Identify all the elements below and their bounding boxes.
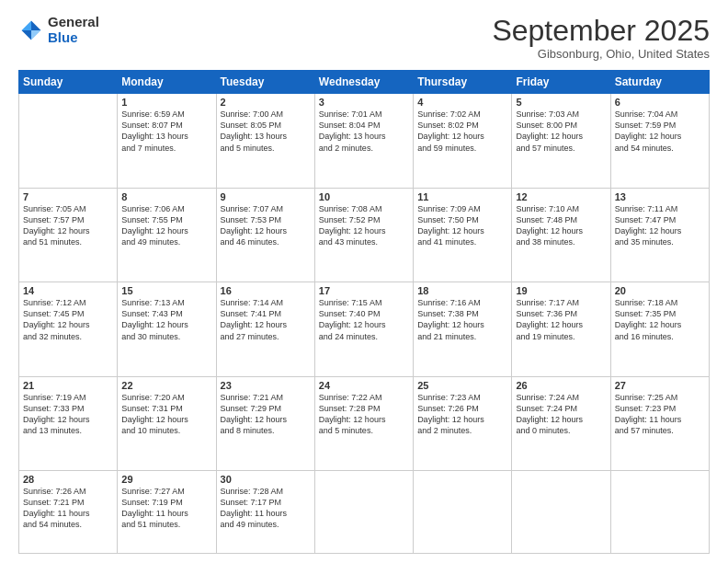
day-info: Sunrise: 7:17 AM Sunset: 7:36 PM Dayligh…	[516, 297, 606, 342]
day-header-sunday: Sunday	[19, 71, 118, 94]
day-number: 29	[121, 474, 211, 485]
day-number: 7	[23, 191, 113, 202]
title-block: September 2025 Gibsonburg, Ohio, United …	[492, 15, 710, 61]
day-info: Sunrise: 7:04 AM Sunset: 7:59 PM Dayligh…	[615, 109, 705, 154]
day-number: 16	[221, 285, 311, 296]
calendar-cell: 26Sunrise: 7:24 AM Sunset: 7:24 PM Dayli…	[512, 376, 610, 470]
calendar-cell: 8Sunrise: 7:06 AM Sunset: 7:55 PM Daylig…	[118, 188, 216, 282]
day-header-saturday: Saturday	[610, 71, 709, 94]
month-title: September 2025	[492, 15, 710, 47]
calendar-cell: 29Sunrise: 7:27 AM Sunset: 7:19 PM Dayli…	[118, 471, 216, 554]
day-info: Sunrise: 7:22 AM Sunset: 7:28 PM Dayligh…	[319, 392, 409, 437]
day-number: 23	[221, 380, 311, 391]
day-number: 27	[615, 380, 705, 391]
calendar-cell: 16Sunrise: 7:14 AM Sunset: 7:41 PM Dayli…	[216, 282, 314, 376]
day-info: Sunrise: 7:05 AM Sunset: 7:57 PM Dayligh…	[23, 203, 113, 248]
day-info: Sunrise: 7:03 AM Sunset: 8:00 PM Dayligh…	[516, 109, 606, 154]
day-info: Sunrise: 7:12 AM Sunset: 7:45 PM Dayligh…	[23, 297, 113, 342]
location: Gibsonburg, Ohio, United States	[492, 47, 710, 61]
calendar-cell: 2Sunrise: 7:00 AM Sunset: 8:05 PM Daylig…	[216, 94, 314, 188]
svg-marker-0	[31, 20, 41, 30]
calendar-cell: 6Sunrise: 7:04 AM Sunset: 7:59 PM Daylig…	[610, 94, 709, 188]
day-header-wednesday: Wednesday	[314, 71, 413, 94]
calendar-cell: 9Sunrise: 7:07 AM Sunset: 7:53 PM Daylig…	[216, 188, 314, 282]
day-info: Sunrise: 7:02 AM Sunset: 8:02 PM Dayligh…	[417, 109, 507, 154]
calendar-cell: 30Sunrise: 7:28 AM Sunset: 7:17 PM Dayli…	[216, 471, 314, 554]
day-info: Sunrise: 7:11 AM Sunset: 7:47 PM Dayligh…	[615, 203, 705, 248]
day-info: Sunrise: 7:19 AM Sunset: 7:33 PM Dayligh…	[23, 392, 113, 437]
day-number: 21	[23, 380, 113, 391]
day-number: 14	[23, 285, 113, 296]
day-number: 5	[516, 97, 606, 108]
calendar-cell: 21Sunrise: 7:19 AM Sunset: 7:33 PM Dayli…	[19, 376, 118, 470]
calendar-cell	[414, 471, 512, 554]
day-info: Sunrise: 7:26 AM Sunset: 7:21 PM Dayligh…	[23, 486, 113, 531]
logo-general-text: General	[48, 15, 99, 30]
day-number: 24	[319, 380, 409, 391]
day-info: Sunrise: 6:59 AM Sunset: 8:07 PM Dayligh…	[121, 109, 211, 154]
day-number: 6	[615, 97, 705, 108]
day-number: 4	[417, 97, 507, 108]
day-info: Sunrise: 7:00 AM Sunset: 8:05 PM Dayligh…	[221, 109, 311, 154]
calendar-cell: 1Sunrise: 6:59 AM Sunset: 8:07 PM Daylig…	[118, 94, 216, 188]
header: General Blue September 2025 Gibsonburg, …	[18, 15, 710, 61]
day-number: 20	[615, 285, 705, 296]
logo-blue-text: Blue	[48, 30, 99, 46]
calendar-cell: 23Sunrise: 7:21 AM Sunset: 7:29 PM Dayli…	[216, 376, 314, 470]
calendar-header-row: SundayMondayTuesdayWednesdayThursdayFrid…	[19, 71, 710, 94]
day-number: 2	[221, 97, 311, 108]
calendar-cell: 13Sunrise: 7:11 AM Sunset: 7:47 PM Dayli…	[610, 188, 709, 282]
logo-text: General Blue	[48, 15, 99, 45]
calendar-cell: 19Sunrise: 7:17 AM Sunset: 7:36 PM Dayli…	[512, 282, 610, 376]
calendar-cell: 11Sunrise: 7:09 AM Sunset: 7:50 PM Dayli…	[414, 188, 512, 282]
calendar-cell: 15Sunrise: 7:13 AM Sunset: 7:43 PM Dayli…	[118, 282, 216, 376]
calendar-week-row: 1Sunrise: 6:59 AM Sunset: 8:07 PM Daylig…	[19, 94, 710, 188]
day-info: Sunrise: 7:08 AM Sunset: 7:52 PM Dayligh…	[319, 203, 409, 248]
calendar-cell: 27Sunrise: 7:25 AM Sunset: 7:23 PM Dayli…	[610, 376, 709, 470]
calendar-cell: 14Sunrise: 7:12 AM Sunset: 7:45 PM Dayli…	[19, 282, 118, 376]
day-number: 17	[319, 285, 409, 296]
svg-marker-2	[22, 30, 32, 40]
calendar-cell: 25Sunrise: 7:23 AM Sunset: 7:26 PM Dayli…	[414, 376, 512, 470]
svg-marker-3	[31, 30, 41, 40]
page: General Blue September 2025 Gibsonburg, …	[0, 0, 728, 563]
day-number: 25	[417, 380, 507, 391]
calendar-cell: 20Sunrise: 7:18 AM Sunset: 7:35 PM Dayli…	[610, 282, 709, 376]
calendar-table: SundayMondayTuesdayWednesdayThursdayFrid…	[18, 70, 710, 554]
day-header-tuesday: Tuesday	[216, 71, 314, 94]
day-info: Sunrise: 7:25 AM Sunset: 7:23 PM Dayligh…	[615, 392, 705, 437]
day-info: Sunrise: 7:14 AM Sunset: 7:41 PM Dayligh…	[221, 297, 311, 342]
calendar-cell	[314, 471, 413, 554]
calendar-cell	[610, 471, 709, 554]
day-number: 3	[319, 97, 409, 108]
day-number: 8	[121, 191, 211, 202]
day-number: 22	[121, 380, 211, 391]
calendar-cell: 24Sunrise: 7:22 AM Sunset: 7:28 PM Dayli…	[314, 376, 413, 470]
day-info: Sunrise: 7:20 AM Sunset: 7:31 PM Dayligh…	[121, 392, 211, 437]
calendar-week-row: 7Sunrise: 7:05 AM Sunset: 7:57 PM Daylig…	[19, 188, 710, 282]
day-number: 28	[23, 474, 113, 485]
svg-marker-1	[22, 20, 32, 30]
day-info: Sunrise: 7:28 AM Sunset: 7:17 PM Dayligh…	[221, 486, 311, 531]
day-info: Sunrise: 7:18 AM Sunset: 7:35 PM Dayligh…	[615, 297, 705, 342]
day-info: Sunrise: 7:06 AM Sunset: 7:55 PM Dayligh…	[121, 203, 211, 248]
logo: General Blue	[18, 15, 99, 45]
calendar-cell: 18Sunrise: 7:16 AM Sunset: 7:38 PM Dayli…	[414, 282, 512, 376]
day-info: Sunrise: 7:27 AM Sunset: 7:19 PM Dayligh…	[121, 486, 211, 531]
day-header-monday: Monday	[118, 71, 216, 94]
calendar-cell: 4Sunrise: 7:02 AM Sunset: 8:02 PM Daylig…	[414, 94, 512, 188]
calendar-cell	[19, 94, 118, 188]
day-info: Sunrise: 7:21 AM Sunset: 7:29 PM Dayligh…	[221, 392, 311, 437]
day-number: 13	[615, 191, 705, 202]
calendar-cell: 22Sunrise: 7:20 AM Sunset: 7:31 PM Dayli…	[118, 376, 216, 470]
calendar-cell: 3Sunrise: 7:01 AM Sunset: 8:04 PM Daylig…	[314, 94, 413, 188]
day-info: Sunrise: 7:09 AM Sunset: 7:50 PM Dayligh…	[417, 203, 507, 248]
day-info: Sunrise: 7:24 AM Sunset: 7:24 PM Dayligh…	[516, 392, 606, 437]
calendar-cell	[512, 471, 610, 554]
day-info: Sunrise: 7:15 AM Sunset: 7:40 PM Dayligh…	[319, 297, 409, 342]
day-number: 12	[516, 191, 606, 202]
day-info: Sunrise: 7:10 AM Sunset: 7:48 PM Dayligh…	[516, 203, 606, 248]
day-number: 9	[221, 191, 311, 202]
day-info: Sunrise: 7:23 AM Sunset: 7:26 PM Dayligh…	[417, 392, 507, 437]
calendar-cell: 28Sunrise: 7:26 AM Sunset: 7:21 PM Dayli…	[19, 471, 118, 554]
